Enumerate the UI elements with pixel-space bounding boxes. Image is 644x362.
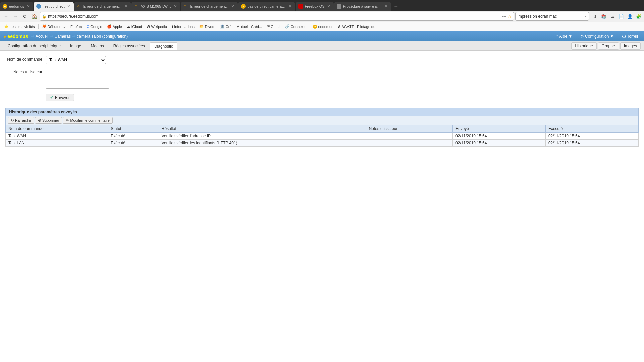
- tab-error1[interactable]: ⚠ Erreur de chargement de la page ✕: [74, 2, 131, 11]
- configuration-arrow-icon: ▼: [610, 34, 614, 39]
- submit-row: ✔ Envoyer: [5, 94, 639, 101]
- breadcrumb-accueil[interactable]: Accueil: [36, 34, 49, 39]
- search-input[interactable]: [518, 14, 581, 19]
- address-bar[interactable]: 🔒 https://secure.eedomus.com ••• ☆: [40, 12, 514, 21]
- library-icon[interactable]: 📚: [600, 13, 607, 20]
- bookmark-les-plus-visites[interactable]: ⭐ Les plus visités: [2, 24, 37, 29]
- col-header-executed: Exécuté: [545, 125, 638, 133]
- row2-command: Test LAN: [6, 140, 108, 147]
- new-tab-button[interactable]: +: [391, 2, 401, 11]
- tab-pas-de-direct[interactable]: e pas de direct camera axis m10... ✕: [238, 2, 295, 11]
- tab-axis[interactable]: ⚠ AXIS M1065-LW lp ✕: [131, 2, 181, 11]
- download-icon[interactable]: ⬇: [592, 13, 598, 20]
- bookmark-gmail[interactable]: ✉ Gmail: [265, 24, 282, 29]
- tab-close-pas-de-direct[interactable]: ✕: [288, 4, 292, 9]
- tab-favicon-test-direct: [36, 4, 41, 9]
- reader-icon[interactable]: 📄: [618, 13, 625, 20]
- bookmark-label-icloud: iCloud: [131, 25, 142, 29]
- submit-label-spacer: [5, 94, 46, 95]
- tab-macros[interactable]: Macros: [86, 42, 108, 50]
- aide-icon: ?: [556, 34, 558, 39]
- bookmark-connexion[interactable]: 🔗 Connexion: [283, 24, 311, 29]
- tab-diagnostic[interactable]: Diagnostic: [150, 42, 177, 50]
- supprimer-button[interactable]: ⊖ Supprimer: [35, 117, 62, 124]
- row1-executed: 02/11/2019 15:54: [545, 133, 638, 140]
- command-name-select[interactable]: Test WAN Test LAN: [46, 56, 106, 64]
- tab-close-test-direct[interactable]: ✕: [66, 4, 71, 9]
- bookmark-icon-divers: 📂: [199, 24, 204, 29]
- row2-result: Veuillez vérifier les identifiants (HTTP…: [159, 140, 366, 147]
- extensions-icon[interactable]: 🧩: [635, 13, 642, 20]
- tab-error2[interactable]: ⚠ Erreur de chargement de la page ✕: [181, 2, 238, 11]
- table-row[interactable]: Test WAN Exécuté Veuillez vérifier l'adr…: [6, 133, 639, 140]
- torreli-button[interactable]: ⏻ Torreli: [619, 33, 641, 39]
- tab-image[interactable]: Image: [66, 42, 86, 50]
- bookmark-icloud[interactable]: ☁ iCloud: [125, 24, 144, 29]
- bookmark-icon-credit-mutuel: 🏦: [220, 24, 225, 29]
- notes-textarea[interactable]: [46, 69, 109, 89]
- app-header-right: ? Aide ▼ ⚙ Configuration ▼ ⏻ Torreli: [553, 33, 641, 39]
- tab-regles-associees[interactable]: Règles associées: [109, 42, 149, 50]
- tab-graphe-btn[interactable]: Graphe: [598, 42, 619, 50]
- bookmark-star-icon[interactable]: ☆: [508, 14, 512, 19]
- table-row[interactable]: Test LAN Exécuté Veuillez vérifier les i…: [6, 140, 639, 147]
- tab-title-procedure: Procédure à suivre pour prene...: [343, 4, 382, 8]
- tab-close-procedure[interactable]: ✕: [384, 4, 388, 9]
- tab-close-error2[interactable]: ✕: [230, 4, 235, 9]
- tab-favicon-freebox: [298, 4, 303, 9]
- home-button[interactable]: 🏠: [30, 12, 38, 20]
- bookmark-agatt[interactable]: A AGATT - Pilotage du...: [336, 24, 381, 29]
- profile-icon[interactable]: 👤: [627, 13, 633, 20]
- notes-label: Notes utilisateur: [5, 69, 46, 74]
- bookmark-apple[interactable]: 🍎 Apple: [105, 24, 124, 29]
- bookmark-informations[interactable]: ℹ Informations: [170, 24, 197, 29]
- submit-button[interactable]: ✔ Envoyer: [46, 94, 74, 101]
- bookmark-debuter-firefox[interactable]: 🦊 Débuter avec Firefox: [40, 24, 84, 29]
- configuration-button[interactable]: ⚙ Configuration ▼: [578, 33, 616, 39]
- tab-test-direct[interactable]: Test du direct ✕: [34, 2, 73, 11]
- tab-close-axis[interactable]: ✕: [173, 4, 178, 9]
- sub-tabs-right: Historique Graphe Images: [571, 42, 641, 50]
- tab-images-btn[interactable]: Images: [620, 42, 641, 50]
- bookmark-eedomus[interactable]: e eedomus: [311, 24, 335, 29]
- app-header: ● eedomus ⇒ Accueil ⇒ Caméras ⇒ caméra s…: [0, 31, 644, 41]
- bookmark-google[interactable]: G Google: [85, 24, 104, 29]
- reload-button[interactable]: ↻: [21, 12, 29, 20]
- breadcrumb-camera-salon[interactable]: caméra salon (configuration): [77, 34, 128, 39]
- tab-title-error2: Erreur de chargement de la page: [190, 4, 229, 8]
- tab-freebox[interactable]: Freebox OS ✕: [296, 2, 333, 11]
- bookmark-divers[interactable]: 📂 Divers: [197, 24, 217, 29]
- tab-favicon-pas-de-direct: e: [241, 4, 246, 9]
- modifier-commentaire-button[interactable]: ✏ Modifier le commentaire: [63, 117, 112, 124]
- breadcrumb: ⇒ Accueil ⇒ Caméras ⇒ caméra salon (conf…: [31, 34, 128, 39]
- breadcrumb-sep-2: ⇒: [50, 34, 53, 39]
- history-table-head: Nom de commande Statut Résultat Notes ut…: [6, 125, 639, 133]
- bookmark-credit-mutuel[interactable]: 🏦 Crédit Mutuel - Créd...: [218, 24, 264, 29]
- back-button[interactable]: ←: [2, 12, 10, 20]
- sub-tabs-bar: Configuration du périphérique Image Macr…: [0, 41, 644, 51]
- tab-favicon-eedomus: e: [3, 4, 7, 9]
- synced-icon[interactable]: ☁: [609, 13, 616, 20]
- bookmark-icon-eedomus: e: [313, 25, 317, 29]
- tab-procedure[interactable]: Procédure à suivre pour prene... ✕: [334, 2, 391, 11]
- bookmark-label-google: Google: [90, 25, 102, 29]
- rafraichir-button[interactable]: ↻ Rafraîchir: [8, 117, 34, 124]
- search-go-icon[interactable]: →: [582, 14, 587, 19]
- bookmark-wikipedia[interactable]: W Wikipedia: [145, 24, 169, 29]
- tab-configuration-peripherique[interactable]: Configuration du périphérique: [3, 42, 65, 50]
- aide-button[interactable]: ? Aide ▼: [553, 33, 575, 39]
- bookmark-icon-icloud: ☁: [127, 24, 130, 29]
- tab-historique-btn[interactable]: Historique: [571, 42, 597, 50]
- tab-close-freebox[interactable]: ✕: [326, 4, 331, 9]
- address-more-icon[interactable]: •••: [502, 14, 506, 19]
- tab-bar: e eedomus ✕ Test du direct ✕ ⚠ Erreur de…: [0, 0, 644, 11]
- tab-eedomus[interactable]: e eedomus ✕: [0, 2, 33, 11]
- history-table: Nom de commande Statut Résultat Notes ut…: [5, 125, 639, 147]
- tab-close-eedomus[interactable]: ✕: [26, 4, 31, 9]
- history-title: Historique des paramètres envoyés: [9, 110, 77, 114]
- bookmark-label-eedomus: eedomus: [318, 25, 333, 29]
- forward-button[interactable]: →: [11, 12, 19, 20]
- tab-close-error1[interactable]: ✕: [124, 4, 128, 9]
- search-bar[interactable]: →: [515, 12, 589, 21]
- breadcrumb-cameras[interactable]: Caméras: [55, 34, 71, 39]
